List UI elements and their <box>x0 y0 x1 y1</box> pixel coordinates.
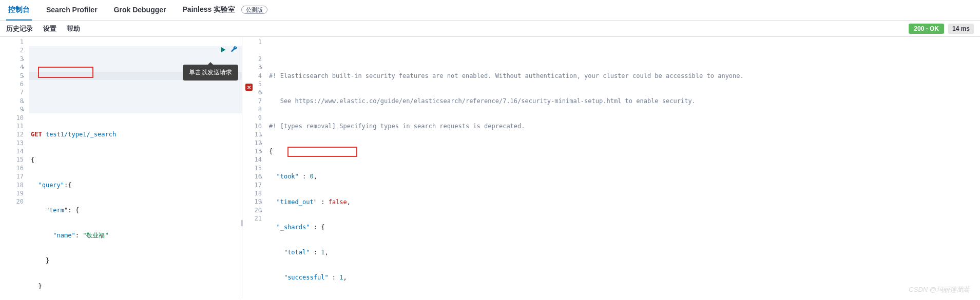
took-key: "took" <box>276 173 298 180</box>
shards-total-val: 1 <box>321 249 324 256</box>
beta-badge: 公测版 <box>241 6 267 14</box>
brace-open: { <box>31 156 34 164</box>
shards-key: "_shards" <box>276 224 310 231</box>
deprecation-comment-2: #! [types removal] Specifying types in s… <box>269 123 525 130</box>
pane-divider-handle[interactable]: ‖ <box>240 219 243 226</box>
name-key: "name" <box>53 232 75 239</box>
name-value: "敬业福" <box>83 232 108 239</box>
link-history[interactable]: 历史记录 <box>6 24 33 33</box>
tab-grok-debugger[interactable]: Grok Debugger <box>112 1 168 20</box>
link-help[interactable]: 帮助 <box>67 24 80 33</box>
main-tabs: 控制台 Search Profiler Grok Debugger Painle… <box>0 0 980 21</box>
link-settings[interactable]: 设置 <box>43 24 56 33</box>
http-method: GET <box>31 131 42 138</box>
took-val: 0 <box>310 173 314 180</box>
status-badge: 200 - OK <box>909 24 944 34</box>
brace-close: } <box>46 257 49 264</box>
play-icon[interactable] <box>219 46 226 53</box>
response-code[interactable]: #! Elasticsearch built-in security featu… <box>267 37 980 298</box>
tab-search-profiler[interactable]: Search Profiler <box>44 1 100 20</box>
tab-console[interactable]: 控制台 <box>6 0 32 21</box>
sub-toolbar: 历史记录 设置 帮助 200 - OK 14 ms <box>0 21 980 37</box>
watermark: CSDN @玛丽莲茼蒿 <box>909 285 970 294</box>
deprecation-comment-1b: See https://www.elastic.co/guide/en/elas… <box>269 97 696 105</box>
editor-area: 单击以发送请求 ✕ ‖ 1 2 3▾ 4▾ 5▾ 6 7 8▴ 9▴ 10111… <box>0 37 980 298</box>
error-icon[interactable]: ✕ <box>245 84 253 91</box>
query-key: "query" <box>38 182 64 189</box>
response-gutter: 1 2 3▾ 45 6▾ 78910 11▴ 12▾ 13▾ 1415 16▴ … <box>242 37 267 298</box>
shards-total-key: "total" <box>284 249 310 256</box>
tab-painless-label: Painless 实验室 <box>183 5 236 13</box>
shards-success-key: "successful" <box>284 274 329 281</box>
timedout-key: "timed_out" <box>276 198 317 206</box>
request-gutter: 1 2 3▾ 4▾ 5▾ 6 7 8▴ 9▴ 10111213 14151617… <box>0 37 29 298</box>
term-key: "term" <box>46 207 68 214</box>
brace-close: } <box>38 283 42 290</box>
shards-success-val: 1 <box>339 274 343 281</box>
request-url: test1/type1/_search <box>46 131 116 138</box>
timing-badge: 14 ms <box>948 24 974 34</box>
tab-painless-lab[interactable]: Painless 实验室 公测版 <box>181 0 270 21</box>
wrench-icon[interactable] <box>230 46 238 53</box>
deprecation-comment-1: #! Elasticsearch built-in security featu… <box>269 72 744 79</box>
send-request-tooltip: 单击以发送请求 <box>183 65 238 81</box>
timedout-val: false <box>329 198 347 206</box>
response-viewer: 1 2 3▾ 45 6▾ 78910 11▴ 12▾ 13▾ 1415 16▴ … <box>242 37 980 298</box>
